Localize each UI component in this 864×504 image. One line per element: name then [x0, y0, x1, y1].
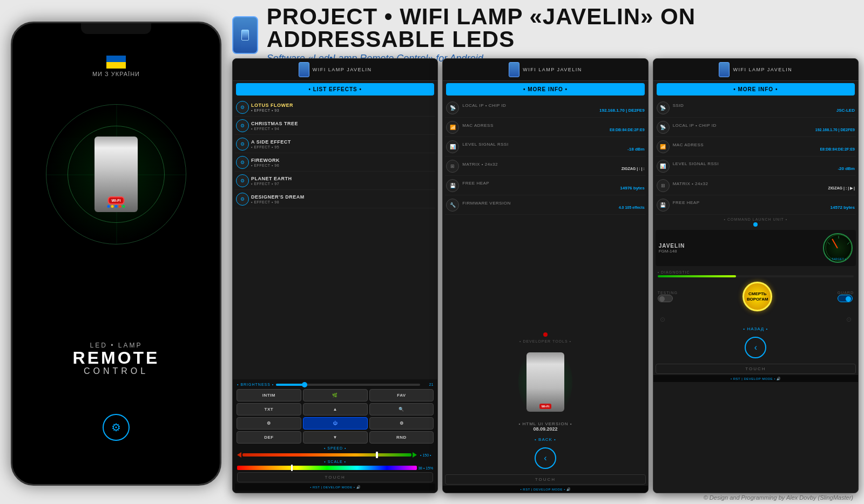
info-icon-4: 💾	[446, 179, 459, 192]
touch-btn[interactable]: TOUCH	[237, 472, 433, 482]
effects-list: ⚙ LOTUS FLOWER • EFFECT • 93 ⚙ CHRISTMAS…	[233, 98, 437, 379]
screen2-lamp-center: Wi-Fi	[443, 347, 647, 417]
guard-toggle[interactable]	[838, 295, 853, 302]
info-list: 📡 LOCAL IP • CHIP ID 192.168.1.70 | DE2F…	[443, 98, 647, 330]
effect-sub-2: • EFFECT • 95	[251, 145, 291, 149]
diag-label: • DIAGNOSTIC	[658, 270, 854, 274]
btn-search[interactable]: 🔍	[369, 403, 434, 416]
screen3-info-item-5: 💾 FREE HEAP 14572 bytes	[656, 196, 856, 215]
btn-intim[interactable]: INTIM	[237, 389, 301, 401]
btn-down[interactable]: ▼	[303, 431, 368, 444]
screen1-topbar: WIFI LAMP JAVELIN	[233, 59, 437, 81]
screen3-info-col-1: LOCAL IP • CHIP ID 192.168.1.70 | DE2FE9	[673, 123, 855, 132]
phone-display-circle: Wi-Fi	[46, 104, 186, 244]
screen2-title: WIFI LAMP JAVELIN	[523, 67, 582, 72]
screen3-info-item-4: ⊞ MATRIX • 24x32 ZIGZAG | : | ▶ |	[656, 176, 856, 195]
effect-icon-2: ⚙	[236, 138, 249, 151]
rainbow-bar[interactable]	[237, 466, 417, 470]
brightness-val: 21	[422, 383, 433, 386]
header-icon	[232, 16, 258, 54]
effect-text-0: LOTUS FLOWER • EFFECT • 93	[251, 103, 293, 112]
screen2-status-text: • RST | DEVELOP MODE • 🔊	[521, 487, 571, 491]
control-row: TESTING СМЕРТЬ ВОРОГАМ GUARD	[653, 280, 858, 314]
ukraine-text: МИ З УКРАЇНИ	[92, 71, 140, 77]
effect-item-3[interactable]: ⚙ FIREWORK • EFFECT • 96	[235, 154, 435, 172]
lamp-display: Wi-Fi	[526, 352, 564, 412]
javelin-text-group: JAVELIN FGM-148	[659, 243, 685, 254]
effect-name-0: LOTUS FLOWER	[251, 103, 293, 108]
effect-name-5: DESIGNER'S DREAM	[251, 194, 305, 200]
info-item-1: 📶 MAC ADRESS E8:DB:84:DE:2F:E9	[445, 118, 645, 137]
info-icon-3: ⊞	[446, 160, 459, 173]
screen3-info-value-0: JSC-LED	[673, 108, 855, 113]
javelin-sub: FGM-148	[659, 249, 685, 254]
button-grid: INTIM 🌿 FAV TXT ▲ 🔍 ⚙ ⏻ ⚙ DEF ▼ RND	[235, 387, 435, 445]
btn-def[interactable]: DEF	[237, 431, 301, 444]
javelin-label: JAVELIN	[659, 243, 685, 249]
btn-gear2[interactable]: ⚙	[369, 417, 434, 430]
btn-txt[interactable]: TXT	[237, 403, 301, 416]
screen3-info-value-5: 14572 bytes	[673, 205, 855, 210]
effect-text-5: DESIGNER'S DREAM • EFFECT • 98	[251, 194, 305, 204]
effect-item-5[interactable]: ⚙ DESIGNER'S DREAM • EFFECT • 98	[235, 190, 435, 208]
screen3-info-label-5: FREE HEAP	[673, 200, 855, 205]
header-text-group: PROJECT • WIFI LAMP «JAVELIN» ON ADDRESS…	[267, 5, 853, 64]
screen-more-info: WIFI LAMP JAVELIN • MORE INFO • 📡 LOCAL …	[442, 58, 648, 493]
info-label-3: MATRIX • 24x32	[462, 162, 644, 167]
speed-val: • 150 •	[418, 453, 433, 457]
effect-item-4[interactable]: ⚙ PLANET EARTH • EFFECT • 97	[235, 172, 435, 190]
diag-fill	[658, 275, 736, 277]
effect-text-1: CHRISTMAS TREE • EFFECT • 94	[251, 121, 298, 131]
btn-power[interactable]: ⏻	[303, 417, 368, 430]
gear-button[interactable]: ⚙	[103, 414, 130, 441]
info-value-3: ZIGZAG | : | :	[462, 167, 644, 171]
lamp-visual: Wi-Fi	[526, 352, 564, 412]
screen2-touch-btn[interactable]: TOUCH	[445, 474, 645, 485]
effect-item-0[interactable]: ⚙ LOTUS FLOWER • EFFECT • 93	[235, 99, 435, 117]
speed-bar[interactable]	[242, 453, 411, 457]
info-label-5: FIRMWARE VERSION	[462, 201, 644, 206]
icon-left[interactable]: ⊙	[660, 316, 665, 323]
scale-label: • SCALE •	[235, 459, 435, 465]
icon-right[interactable]: ⊙	[846, 316, 852, 323]
info-value-0: 192.168.1.70 | DE2FE9	[462, 108, 644, 113]
back-button[interactable]: ‹	[535, 447, 556, 469]
screen3-main-btn[interactable]: • MORE INFO •	[657, 83, 855, 96]
info-label-4: FREE HEAP	[462, 181, 644, 186]
big-yellow-button[interactable]: СМЕРТЬ ВОРОГАМ	[742, 282, 772, 311]
info-col-5: FIRMWARE VERSION 4.0 105 effects	[462, 201, 644, 209]
screen3-topbar: WIFI LAMP JAVELIN	[653, 59, 858, 81]
effect-name-2: A SIDE EFFECT	[251, 139, 291, 145]
screen3-info-item-1: 📡 LOCAL IP • CHIP ID 192.168.1.70 | DE2F…	[656, 118, 856, 137]
brightness-track[interactable]	[276, 384, 420, 386]
rainbow-indicator	[291, 465, 293, 471]
btn-fav[interactable]: FAV	[369, 389, 434, 401]
info-label-1: MAC ADRESS	[462, 123, 644, 128]
app-label-mid: REMOTE	[73, 349, 160, 366]
brightness-row: • BRIGHTNESS • 21	[235, 382, 435, 387]
led-row	[107, 205, 125, 208]
screen3-info-icon-3: 📊	[657, 160, 670, 173]
btn-plant[interactable]: 🌿	[303, 389, 368, 401]
screen3-back-button[interactable]: ‹	[745, 337, 766, 358]
ukraine-flag	[106, 56, 126, 69]
effect-item-1[interactable]: ⚙ CHRISTMAS TREE • EFFECT • 94	[235, 117, 435, 135]
btn-up[interactable]: ▲	[303, 403, 368, 416]
screen3-info-label-1: LOCAL IP • CHIP ID	[673, 123, 855, 128]
scale-row: 38 • 15%	[235, 465, 435, 471]
screen2-main-btn[interactable]: • MORE INFO •	[446, 83, 644, 96]
screen3-touch-btn[interactable]: TOUCH	[656, 364, 856, 374]
effect-icon-4: ⚙	[236, 174, 249, 187]
screen1-main-btn[interactable]: • LIST EFFECTS •	[236, 83, 434, 96]
info-value-1: E8:DB:84:DE:2F:E9	[462, 128, 644, 132]
testing-toggle[interactable]	[658, 295, 673, 302]
effect-item-2[interactable]: ⚙ A SIDE EFFECT • EFFECT • 95	[235, 135, 435, 153]
led-green	[123, 205, 125, 208]
btn-rnd[interactable]: RND	[369, 431, 434, 444]
btn-gear1[interactable]: ⚙	[237, 417, 301, 430]
back-label: • BACK •	[443, 436, 647, 443]
javelin-panel: JAVELIN FGM-148 • TARGET •	[656, 230, 856, 266]
screen3-info-icon-2: 📶	[657, 140, 670, 153]
status-text: • RST | DEVELOP MODE • 🔊	[310, 485, 360, 489]
phone-inner: МИ З УКРАЇНИ	[12, 23, 220, 484]
